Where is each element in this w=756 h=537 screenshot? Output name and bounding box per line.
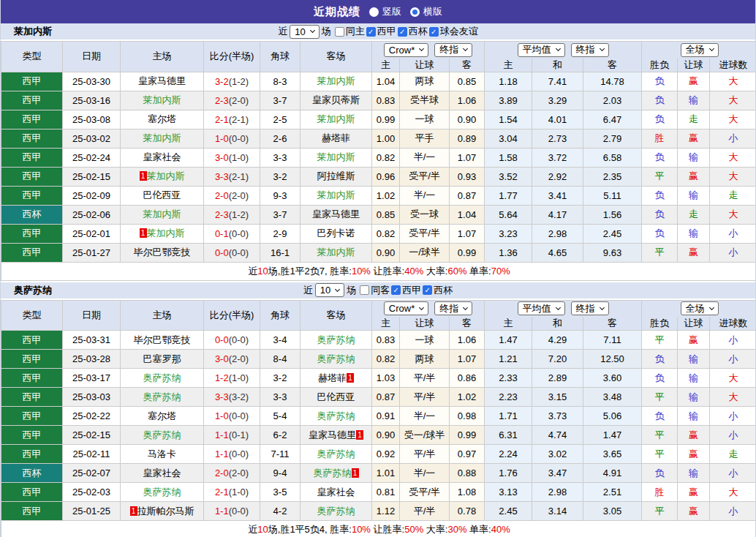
handicap-odds-cell: 0.82 (372, 350, 400, 369)
layout-radio[interactable]: 竖版 (369, 5, 401, 18)
column-header: 比分(半场) (204, 42, 260, 72)
odds-time-select[interactable]: 终指 (571, 43, 609, 57)
filter-checkbox[interactable]: 同主 (335, 25, 365, 38)
home-team-cell[interactable]: 皇家马德里 (121, 72, 204, 91)
bookmaker-select[interactable]: Crow* (384, 301, 428, 315)
filter-checkboxes: 同主✓西甲✓西杯✓球会友谊 (335, 25, 478, 38)
checkbox-checked-icon[interactable]: ✓ (429, 27, 439, 37)
checkbox-unchecked-icon[interactable] (335, 27, 344, 37)
recent-count-select[interactable]: 10 (315, 283, 344, 297)
away-team-cell[interactable]: 莱加内斯 (300, 243, 372, 262)
match-row: 西甲 25-03-31 毕尔巴鄂竞技 0-0(0-0) 3-4 奥萨苏纳 0.8… (1, 331, 756, 350)
home-team-cell[interactable]: 皇家社会 (121, 148, 204, 167)
fulltime-select[interactable]: 全场 (681, 301, 719, 315)
home-team-cell[interactable]: 奥萨苏纳 (121, 369, 204, 388)
away-team-cell[interactable]: 赫塔菲 (300, 129, 372, 148)
summary-segment: 10 (257, 266, 268, 277)
team-name-text: 皇家马德里 (312, 209, 360, 219)
away-team-cell[interactable]: 奥萨苏纳 (300, 502, 372, 521)
avg-odds-cell: 3.48 (583, 388, 642, 407)
away-team-cell[interactable]: 莱加内斯 (300, 110, 372, 129)
home-team-cell[interactable]: 1拉斯帕尔马斯 (121, 502, 204, 521)
league-cell: 西杯 (1, 205, 63, 224)
away-team-cell[interactable]: 皇家马德里1 (300, 426, 372, 445)
home-team-cell[interactable]: 莱加内斯 (121, 205, 204, 224)
handicap-odds-cell: 一球 (400, 110, 450, 129)
away-team-cell[interactable]: 奥萨苏纳 (300, 331, 372, 350)
handicap-odds-cell: 受平/半 (400, 483, 450, 502)
fulltime-select[interactable]: 全场 (681, 43, 719, 57)
bookmaker-select[interactable]: Crow* (384, 43, 428, 57)
home-team-cell[interactable]: 莱加内斯 (121, 91, 204, 110)
checkbox-checked-icon[interactable]: ✓ (391, 285, 401, 295)
score-main: 3-2 (215, 76, 229, 87)
odds-time-select[interactable]: 终指 (434, 43, 472, 57)
away-team-cell[interactable]: 莱加内斯 (300, 148, 372, 167)
handicap-odds-cell: 1.07 (450, 224, 485, 243)
home-team-cell[interactable]: 1莱加内斯 (121, 224, 204, 243)
home-team-cell[interactable]: 毕尔巴鄂竞技 (121, 243, 204, 262)
layout-radio[interactable]: 横版 (410, 5, 442, 18)
radio-button-icon[interactable] (369, 7, 379, 17)
match-row: 西甲 25-02-15 1莱加内斯 3-3(2-1) 3-2 阿拉维斯 0.96… (1, 167, 756, 186)
team-name-text: 莱加内斯 (147, 170, 185, 181)
score-half: (0-0) (229, 247, 249, 258)
filter-checkbox[interactable]: ✓西杯 (398, 25, 428, 38)
handicap-odds-cell: 1.07 (450, 148, 485, 167)
home-team-cell[interactable]: 毕尔巴鄂竞技 (121, 331, 204, 350)
checkbox-checked-icon[interactable]: ✓ (423, 285, 432, 295)
filter-checkbox[interactable]: ✓球会友谊 (429, 25, 478, 38)
filter-checkbox[interactable]: 同客 (360, 284, 390, 297)
average-select[interactable]: 平均值 (518, 301, 565, 315)
away-team-cell[interactable]: 巴伦西亚 (300, 388, 372, 407)
home-team-cell[interactable]: 奥萨苏纳 (121, 426, 204, 445)
home-team-cell[interactable]: 巴塞罗那 (121, 350, 204, 369)
odds-time-select[interactable]: 终指 (434, 301, 472, 315)
result-cell: 小 (710, 243, 756, 262)
away-team-cell[interactable]: 皇家马德里 (300, 205, 372, 224)
away-team-cell[interactable]: 莱加内斯 (300, 72, 372, 91)
home-team-cell[interactable]: 奥萨苏纳 (121, 483, 204, 502)
away-team-cell[interactable]: 莱加内斯 (300, 186, 372, 205)
home-team-cell[interactable]: 巴伦西亚 (121, 186, 204, 205)
handicap-odds-cell: 0.85 (450, 72, 485, 91)
avg-odds-cell: 4.74 (532, 426, 583, 445)
result-cell: 负 (642, 72, 678, 91)
result-cell: 走 (710, 445, 756, 464)
away-team-cell[interactable]: 皇家贝蒂斯 (300, 91, 372, 110)
filter-checkbox[interactable]: ✓西甲 (366, 25, 396, 38)
avg-odds-cell: 1.54 (485, 110, 532, 129)
home-team-cell[interactable]: 皇家社会 (121, 464, 204, 483)
summary-text: 近10场,胜1平2负7, 胜率:10% 让胜率:40% 大率:60% 单率:70… (1, 262, 756, 280)
average-select[interactable]: 平均值 (518, 43, 565, 57)
away-team-cell[interactable]: 皇家社会 (300, 483, 372, 502)
away-team-cell[interactable]: 奥萨苏纳 (300, 350, 372, 369)
home-team-cell[interactable]: 莱加内斯 (121, 129, 204, 148)
handicap-odds-cell: 0.86 (450, 369, 485, 388)
away-team-cell[interactable]: 赫塔菲1 (300, 369, 372, 388)
corner-cell: 5-4 (260, 407, 300, 426)
home-team-cell[interactable]: 马洛卡 (121, 445, 204, 464)
team-name-text: 奥萨苏纳 (317, 448, 355, 459)
result-cell: 输 (678, 388, 710, 407)
home-team-cell[interactable]: 塞尔塔 (121, 407, 204, 426)
home-team-cell[interactable]: 1莱加内斯 (121, 167, 204, 186)
checkbox-checked-icon[interactable]: ✓ (398, 27, 407, 37)
checkbox-checked-icon[interactable]: ✓ (366, 27, 376, 37)
radio-button-icon[interactable] (410, 7, 420, 17)
score-cell: 2-0(2-0) (204, 186, 260, 205)
away-team-cell[interactable]: 奥萨苏纳1 (300, 464, 372, 483)
match-row: 西甲 25-02-09 巴伦西亚 2-0(2-0) 9-3 莱加内斯 1.02 … (1, 186, 756, 205)
odds-time-select[interactable]: 终指 (571, 301, 609, 315)
recent-count-select[interactable]: 10 (290, 25, 319, 39)
handicap-odds-cell: 0.82 (372, 148, 400, 167)
home-team-cell[interactable]: 塞尔塔 (121, 110, 204, 129)
away-team-cell[interactable]: 奥萨苏纳 (300, 407, 372, 426)
filter-checkbox[interactable]: ✓西杯 (423, 284, 453, 297)
home-team-cell[interactable]: 奥萨苏纳 (121, 388, 204, 407)
filter-checkbox[interactable]: ✓西甲 (391, 284, 421, 297)
away-team-cell[interactable]: 阿拉维斯 (300, 167, 372, 186)
away-team-cell[interactable]: 巴列卡诺 (300, 224, 372, 243)
checkbox-unchecked-icon[interactable] (360, 285, 369, 295)
away-team-cell[interactable]: 奥萨苏纳 (300, 445, 372, 464)
